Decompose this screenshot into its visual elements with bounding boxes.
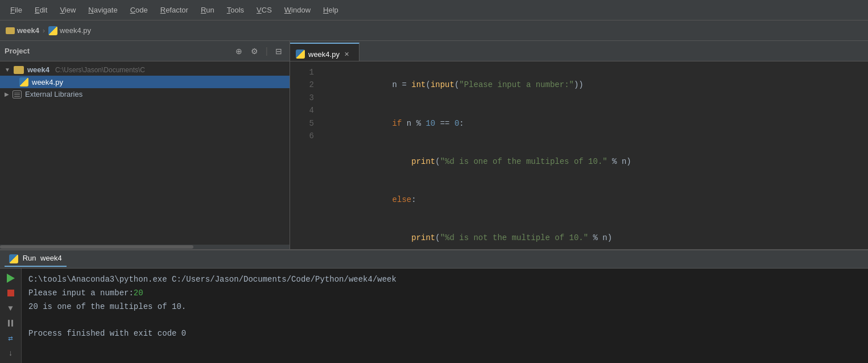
menu-view[interactable]: View — [54, 3, 81, 16]
code-line-1: n = int(input("Please input a number:")) — [325, 66, 861, 104]
breadcrumb-folder[interactable]: week4 — [6, 26, 39, 35]
line-num-5: 5 — [290, 117, 314, 130]
root-folder-path: C:\Users\Jason\Documents\C — [55, 66, 145, 74]
stop-icon — [7, 290, 14, 296]
menu-help[interactable]: Help — [317, 3, 344, 16]
root-folder-name: week4 — [27, 65, 49, 74]
sidebar: Project ⊕ ⚙ | ⊟ ▼ week4 C:\Users\Jason\D… — [0, 41, 290, 249]
menu-run[interactable]: Run — [195, 3, 220, 16]
breadcrumb-file-name: week4.py — [60, 26, 91, 35]
settings-button[interactable]: ⚙ — [249, 45, 261, 57]
code-line-2: if n % 10 == 0: — [325, 104, 861, 142]
toolbar-sep: | — [266, 46, 268, 56]
tree-item-external-libs[interactable]: ▶ External Libraries — [0, 88, 290, 100]
folder-icon — [14, 66, 24, 74]
run-config-label: week4 — [40, 254, 62, 262]
sidebar-tree: ▼ week4 C:\Users\Jason\Documents\C week4… — [0, 61, 290, 245]
menu-edit[interactable]: Edit — [29, 3, 53, 16]
scroll-down-button[interactable]: ▼ — [3, 302, 19, 315]
wrap-button[interactable]: ⇄ — [3, 332, 19, 344]
run-content: ▼ ⇄ ↓ C:\tools\Anaconda3\python.exe C:/U… — [0, 269, 868, 363]
breadcrumb-separator: › — [43, 27, 45, 35]
output-line-1: C:\tools\Anaconda3\python.exe C:/Users/J… — [28, 273, 861, 287]
line-num-6: 6 — [290, 130, 314, 142]
menu-tools[interactable]: Tools — [221, 3, 250, 16]
run-tab[interactable]: Run week4 — [5, 251, 67, 267]
code-line-3: print("%d is one of the multiples of 10.… — [325, 142, 861, 180]
code-line-5: print("%d is not the multiple of 10." % … — [325, 219, 861, 249]
play-icon — [7, 274, 15, 283]
tab-week4py[interactable]: week4.py ✕ — [290, 43, 359, 61]
run-tab-bar: Run week4 — [0, 250, 868, 269]
chevron-right-icon: ▶ — [5, 91, 9, 97]
pause-bar-1 — [8, 320, 10, 327]
tab-python-icon — [296, 50, 305, 59]
breadcrumb-folder-name: week4 — [17, 26, 39, 35]
output-line-4 — [28, 314, 861, 327]
run-tab-label: Run — [23, 254, 36, 262]
breadcrumb-bar: week4 › week4.py — [0, 20, 868, 41]
python-icon — [48, 26, 57, 35]
tab-label: week4.py — [308, 50, 340, 59]
new-file-button[interactable]: ⊕ — [233, 45, 245, 57]
external-libraries-label: External Libraries — [25, 90, 82, 98]
bottom-panel: Run week4 ▼ ⇄ ↓ C:\tools\Anaconda3\pytho… — [0, 249, 868, 363]
pause-button[interactable] — [3, 317, 19, 329]
code-line-4: else: — [325, 181, 861, 219]
run-toolbar: ▼ ⇄ ↓ — [0, 269, 22, 363]
line-num-1: 1 — [290, 66, 314, 79]
breadcrumb-file[interactable]: week4.py — [48, 26, 91, 35]
line-num-4: 4 — [290, 104, 314, 117]
menu-bar: File Edit View Navigate Code Refactor Ru… — [0, 0, 868, 20]
collapse-button[interactable]: ⊟ — [272, 45, 285, 57]
sidebar-scrollbar[interactable] — [0, 245, 290, 249]
external-lib-icon — [13, 90, 22, 98]
tree-item-week4py[interactable]: week4.py — [0, 76, 290, 88]
sidebar-title: Project — [5, 47, 30, 55]
folder-icon — [6, 27, 15, 34]
menu-vcs[interactable]: VCS — [251, 3, 278, 16]
menu-refactor[interactable]: Refactor — [155, 3, 194, 16]
chevron-down-icon: ▼ — [5, 67, 10, 73]
menu-window[interactable]: Window — [279, 3, 316, 16]
menu-code[interactable]: Code — [125, 3, 154, 16]
export-button[interactable]: ↓ — [3, 347, 19, 360]
python-file-icon — [19, 77, 28, 86]
output-line-2: Please input a number:20 — [28, 287, 861, 300]
menu-file[interactable]: File — [5, 3, 28, 16]
output-line-3: 20 is one of the multiples of 10. — [28, 300, 861, 314]
file-name: week4.py — [32, 78, 63, 86]
output-prompt: Please input a number: — [28, 288, 134, 298]
output-line-5: Process finished with exit code 0 — [28, 327, 861, 341]
editor-area: week4.py ✕ 1 2 3 4 5 6 n = int(input("Pl… — [290, 41, 868, 249]
line-numbers: 1 2 3 4 5 6 — [290, 61, 319, 249]
run-play-button[interactable] — [3, 272, 19, 284]
run-stop-button[interactable] — [3, 287, 19, 299]
code-area[interactable]: 1 2 3 4 5 6 n = int(input("Please input … — [290, 61, 868, 249]
output-input-value: 20 — [134, 288, 143, 298]
editor-tabs: week4.py ✕ — [290, 41, 868, 61]
line-num-3: 3 — [290, 92, 314, 104]
terminal-output: C:\tools\Anaconda3\python.exe C:/Users/J… — [22, 269, 868, 363]
line-num-2: 2 — [290, 79, 314, 91]
sidebar-toolbar: Project ⊕ ⚙ | ⊟ — [0, 41, 290, 61]
tab-close-button[interactable]: ✕ — [343, 50, 351, 58]
menu-navigate[interactable]: Navigate — [82, 3, 123, 16]
main-area: Project ⊕ ⚙ | ⊟ ▼ week4 C:\Users\Jason\D… — [0, 41, 868, 249]
run-tab-icon — [9, 254, 18, 263]
scroll-thumb[interactable] — [0, 245, 193, 249]
code-content[interactable]: n = int(input("Please input a number:"))… — [319, 61, 868, 249]
tree-item-root[interactable]: ▼ week4 C:\Users\Jason\Documents\C — [0, 64, 290, 76]
pause-bar-2 — [11, 320, 13, 327]
